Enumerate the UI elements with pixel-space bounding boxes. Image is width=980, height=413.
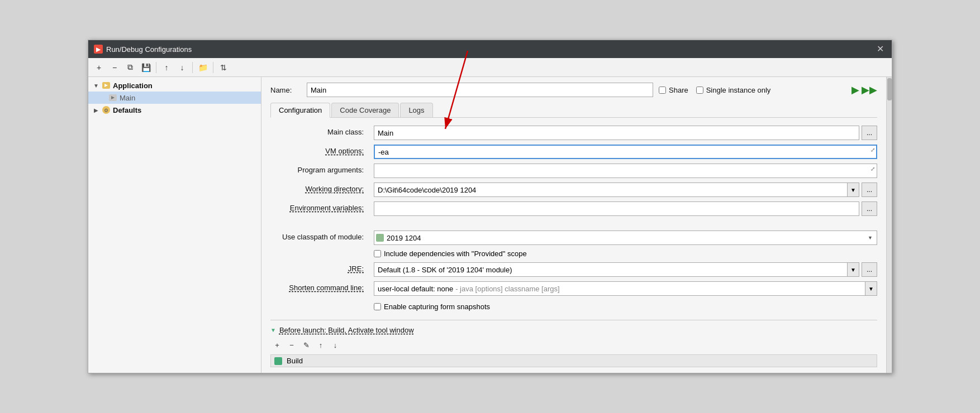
main-class-row: Main class: ... <box>270 126 877 140</box>
include-deps-label: Include dependencies with "Provided" sco… <box>384 249 527 258</box>
tree-label-main: Main <box>120 94 135 102</box>
copy-config-button[interactable]: ⧉ <box>123 60 137 75</box>
tree-item-defaults[interactable]: ▶ ⚙ Defaults <box>88 104 261 116</box>
toolbar: + − ⧉ 💾 ↑ ↓ 📁 ⇅ <box>88 58 892 77</box>
before-launch-build-item: Build <box>270 354 877 367</box>
tab-code-coverage[interactable]: Code Coverage <box>331 103 399 117</box>
before-launch-up-button[interactable]: ↑ <box>314 339 327 351</box>
working-dir-field: ▼ ... <box>374 183 877 197</box>
run-debug-icons: ▶ ▶▶ <box>851 84 877 96</box>
vm-options-wrap: ⤢ <box>374 145 877 159</box>
before-launch-header[interactable]: ▼ Before launch: Build, Activate tool wi… <box>270 326 877 334</box>
main-class-input[interactable] <box>374 126 859 140</box>
name-input[interactable] <box>307 83 653 97</box>
left-panel: ▼ Application <box>88 77 261 373</box>
run-icon: ▶ <box>851 84 859 96</box>
shorten-cmd-dropdown-button[interactable]: ▼ <box>865 281 877 296</box>
scrollbar-thumb <box>887 78 892 100</box>
include-deps-row: Include dependencies with "Provided" sco… <box>374 249 877 258</box>
shorten-cmd-hint: - java [options] classname [args] <box>455 285 559 293</box>
main-class-browse-button[interactable]: ... <box>862 126 877 140</box>
vm-options-field: ⤢ <box>374 145 877 159</box>
before-launch-add-button[interactable]: + <box>270 339 284 351</box>
program-args-row: Program arguments: ⤢ <box>270 164 877 178</box>
before-launch-toolbar: + − ✎ ↑ ↓ <box>270 339 877 351</box>
main-content: ▼ Application <box>88 77 892 373</box>
build-item-label: Build <box>287 357 303 365</box>
folder-button[interactable]: 📁 <box>196 60 210 75</box>
main-config-icon <box>108 93 117 102</box>
working-dir-dropdown-button[interactable]: ▼ <box>847 183 859 197</box>
name-row: Name: Share Single instance only <box>270 83 877 97</box>
tree-label-defaults: Defaults <box>113 106 141 114</box>
shorten-cmd-field: user-local default: none - java [options… <box>374 281 877 296</box>
working-dir-input[interactable] <box>374 183 847 197</box>
working-dir-row: Working directory: ▼ ... <box>270 183 877 197</box>
before-launch-down-button[interactable]: ↓ <box>329 339 342 351</box>
tab-configuration[interactable]: Configuration <box>270 103 330 118</box>
share-checkbox-label[interactable]: Share <box>659 86 688 94</box>
before-launch-remove-button[interactable]: − <box>285 339 298 351</box>
save-config-button[interactable]: 💾 <box>139 60 153 75</box>
vm-options-row: VM options: ⤢ <box>270 145 877 159</box>
remove-config-button[interactable]: − <box>107 60 122 75</box>
move-up-button[interactable]: ↑ <box>159 60 174 75</box>
right-scrollbar[interactable] <box>886 77 892 373</box>
add-config-button[interactable]: + <box>92 60 106 75</box>
toolbar-separator-2 <box>192 62 193 73</box>
classpath-field: 2019 1204 <box>374 230 877 245</box>
shorten-cmd-wrap: user-local default: none - java [options… <box>374 281 877 296</box>
include-deps-checkbox[interactable] <box>374 250 381 257</box>
env-vars-input[interactable] <box>374 201 859 216</box>
sort-button[interactable]: ⇅ <box>216 60 231 75</box>
classpath-module-select[interactable]: 2019 1204 <box>374 230 877 245</box>
application-group-icon <box>102 81 111 90</box>
build-icon <box>274 357 282 365</box>
jre-input[interactable] <box>374 262 847 277</box>
tree-item-main[interactable]: Main <box>88 92 261 104</box>
env-vars-row: Environment variables: ... <box>270 201 877 216</box>
defaults-icon: ⚙ <box>102 105 111 114</box>
configuration-form: Main class: ... VM options: ⤢ <box>270 126 877 311</box>
tab-logs[interactable]: Logs <box>400 103 432 117</box>
classpath-label: Use classpath of module: <box>270 230 368 241</box>
main-class-field: ... <box>374 126 877 140</box>
env-vars-field: ... <box>374 201 877 216</box>
tree-item-application[interactable]: ▼ Application <box>88 79 261 92</box>
jre-dropdown-button[interactable]: ▼ <box>847 262 859 277</box>
prog-args-wrap: ⤢ <box>374 164 877 178</box>
vm-expand-icon[interactable]: ⤢ <box>870 147 875 153</box>
close-button[interactable]: ✕ <box>874 45 886 54</box>
vm-options-input[interactable] <box>374 145 877 159</box>
prog-expand-icon[interactable]: ⤢ <box>870 166 875 172</box>
app-title-icon: ▶ <box>94 45 103 54</box>
main-class-label: Main class: <box>270 126 368 136</box>
single-instance-checkbox[interactable] <box>696 87 703 94</box>
vm-options-label: VM options: <box>270 145 368 155</box>
program-args-input[interactable] <box>374 164 877 178</box>
program-args-field: ⤢ <box>374 164 877 178</box>
env-vars-label: Environment variables: <box>270 201 368 212</box>
classpath-module-wrap: 2019 1204 <box>374 230 877 245</box>
chevron-down-icon: ▼ <box>93 83 99 89</box>
before-launch-edit-button[interactable]: ✎ <box>299 339 313 351</box>
share-checkbox[interactable] <box>659 87 666 94</box>
working-dir-wrap: ▼ <box>374 183 859 197</box>
shorten-cmd-display: user-local default: none - java [options… <box>374 281 865 296</box>
toolbar-separator-1 <box>156 62 156 73</box>
name-label: Name: <box>270 86 301 94</box>
enable-snapshots-checkbox[interactable] <box>374 303 381 310</box>
enable-snapshots-row: Enable capturing form snapshots <box>374 302 877 311</box>
working-dir-label: Working directory: <box>270 183 368 193</box>
spacer-1 <box>270 220 877 226</box>
single-instance-checkbox-label[interactable]: Single instance only <box>696 86 771 94</box>
share-area: Share Single instance only <box>659 86 770 94</box>
title-bar: ▶ Run/Debug Configurations ✕ <box>88 40 892 58</box>
working-dir-browse-button[interactable]: ... <box>862 183 877 197</box>
jre-browse-button[interactable]: ... <box>862 262 877 277</box>
shorten-cmd-label: Shorten command line: <box>270 281 368 292</box>
env-vars-browse-button[interactable]: ... <box>862 201 877 216</box>
toolbar-separator-3 <box>213 62 213 73</box>
tree-label-application: Application <box>113 81 153 90</box>
move-down-button[interactable]: ↓ <box>175 60 189 75</box>
